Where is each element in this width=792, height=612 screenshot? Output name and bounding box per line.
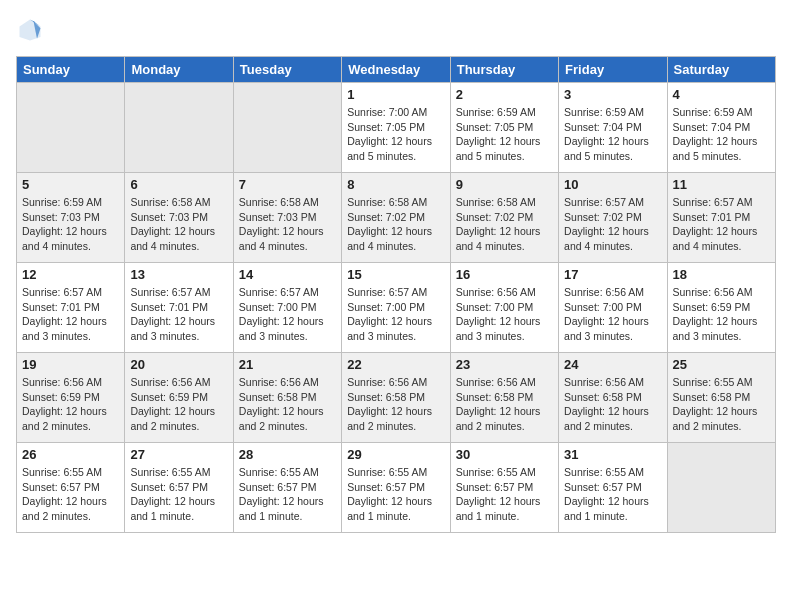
day-number: 11 [673, 177, 770, 192]
day-number: 31 [564, 447, 661, 462]
calendar-week-1: 1Sunrise: 7:00 AM Sunset: 7:05 PM Daylig… [17, 83, 776, 173]
day-number: 13 [130, 267, 227, 282]
calendar-cell: 22Sunrise: 6:56 AM Sunset: 6:58 PM Dayli… [342, 353, 450, 443]
day-info: Sunrise: 6:58 AM Sunset: 7:03 PM Dayligh… [130, 195, 227, 254]
calendar-cell: 23Sunrise: 6:56 AM Sunset: 6:58 PM Dayli… [450, 353, 558, 443]
day-info: Sunrise: 6:57 AM Sunset: 7:01 PM Dayligh… [130, 285, 227, 344]
day-info: Sunrise: 6:56 AM Sunset: 6:58 PM Dayligh… [564, 375, 661, 434]
calendar-cell: 19Sunrise: 6:56 AM Sunset: 6:59 PM Dayli… [17, 353, 125, 443]
day-info: Sunrise: 6:59 AM Sunset: 7:03 PM Dayligh… [22, 195, 119, 254]
day-info: Sunrise: 6:56 AM Sunset: 6:59 PM Dayligh… [130, 375, 227, 434]
day-info: Sunrise: 6:56 AM Sunset: 6:58 PM Dayligh… [347, 375, 444, 434]
calendar-cell: 25Sunrise: 6:55 AM Sunset: 6:58 PM Dayli… [667, 353, 775, 443]
calendar-cell: 20Sunrise: 6:56 AM Sunset: 6:59 PM Dayli… [125, 353, 233, 443]
day-info: Sunrise: 6:58 AM Sunset: 7:02 PM Dayligh… [347, 195, 444, 254]
day-number: 3 [564, 87, 661, 102]
calendar-header-tuesday: Tuesday [233, 57, 341, 83]
calendar-cell: 13Sunrise: 6:57 AM Sunset: 7:01 PM Dayli… [125, 263, 233, 353]
day-number: 20 [130, 357, 227, 372]
day-number: 12 [22, 267, 119, 282]
day-info: Sunrise: 6:58 AM Sunset: 7:03 PM Dayligh… [239, 195, 336, 254]
calendar-header-friday: Friday [559, 57, 667, 83]
day-number: 4 [673, 87, 770, 102]
day-info: Sunrise: 6:55 AM Sunset: 6:57 PM Dayligh… [239, 465, 336, 524]
day-number: 18 [673, 267, 770, 282]
day-number: 15 [347, 267, 444, 282]
calendar-cell: 24Sunrise: 6:56 AM Sunset: 6:58 PM Dayli… [559, 353, 667, 443]
calendar-cell: 4Sunrise: 6:59 AM Sunset: 7:04 PM Daylig… [667, 83, 775, 173]
calendar-cell: 9Sunrise: 6:58 AM Sunset: 7:02 PM Daylig… [450, 173, 558, 263]
day-info: Sunrise: 6:55 AM Sunset: 6:58 PM Dayligh… [673, 375, 770, 434]
calendar-cell: 17Sunrise: 6:56 AM Sunset: 7:00 PM Dayli… [559, 263, 667, 353]
calendar-cell: 15Sunrise: 6:57 AM Sunset: 7:00 PM Dayli… [342, 263, 450, 353]
calendar-header-monday: Monday [125, 57, 233, 83]
calendar-week-5: 26Sunrise: 6:55 AM Sunset: 6:57 PM Dayli… [17, 443, 776, 533]
day-number: 27 [130, 447, 227, 462]
calendar-cell: 2Sunrise: 6:59 AM Sunset: 7:05 PM Daylig… [450, 83, 558, 173]
day-info: Sunrise: 6:58 AM Sunset: 7:02 PM Dayligh… [456, 195, 553, 254]
calendar-cell: 27Sunrise: 6:55 AM Sunset: 6:57 PM Dayli… [125, 443, 233, 533]
calendar-cell: 7Sunrise: 6:58 AM Sunset: 7:03 PM Daylig… [233, 173, 341, 263]
calendar-cell [233, 83, 341, 173]
day-info: Sunrise: 6:56 AM Sunset: 6:59 PM Dayligh… [22, 375, 119, 434]
calendar-cell: 26Sunrise: 6:55 AM Sunset: 6:57 PM Dayli… [17, 443, 125, 533]
day-number: 21 [239, 357, 336, 372]
calendar-cell: 3Sunrise: 6:59 AM Sunset: 7:04 PM Daylig… [559, 83, 667, 173]
day-info: Sunrise: 6:55 AM Sunset: 6:57 PM Dayligh… [456, 465, 553, 524]
day-info: Sunrise: 6:55 AM Sunset: 6:57 PM Dayligh… [347, 465, 444, 524]
day-info: Sunrise: 6:56 AM Sunset: 7:00 PM Dayligh… [564, 285, 661, 344]
calendar-week-3: 12Sunrise: 6:57 AM Sunset: 7:01 PM Dayli… [17, 263, 776, 353]
day-number: 5 [22, 177, 119, 192]
calendar-cell: 8Sunrise: 6:58 AM Sunset: 7:02 PM Daylig… [342, 173, 450, 263]
calendar-cell: 14Sunrise: 6:57 AM Sunset: 7:00 PM Dayli… [233, 263, 341, 353]
day-number: 29 [347, 447, 444, 462]
calendar-cell: 28Sunrise: 6:55 AM Sunset: 6:57 PM Dayli… [233, 443, 341, 533]
logo-icon [16, 16, 44, 44]
day-number: 6 [130, 177, 227, 192]
day-info: Sunrise: 6:56 AM Sunset: 7:00 PM Dayligh… [456, 285, 553, 344]
day-info: Sunrise: 7:00 AM Sunset: 7:05 PM Dayligh… [347, 105, 444, 164]
day-info: Sunrise: 6:55 AM Sunset: 6:57 PM Dayligh… [564, 465, 661, 524]
day-number: 16 [456, 267, 553, 282]
day-info: Sunrise: 6:56 AM Sunset: 6:58 PM Dayligh… [456, 375, 553, 434]
calendar-header-wednesday: Wednesday [342, 57, 450, 83]
calendar-cell: 16Sunrise: 6:56 AM Sunset: 7:00 PM Dayli… [450, 263, 558, 353]
day-number: 24 [564, 357, 661, 372]
day-number: 30 [456, 447, 553, 462]
calendar-table: SundayMondayTuesdayWednesdayThursdayFrid… [16, 56, 776, 533]
calendar-header-thursday: Thursday [450, 57, 558, 83]
day-number: 2 [456, 87, 553, 102]
calendar-cell: 12Sunrise: 6:57 AM Sunset: 7:01 PM Dayli… [17, 263, 125, 353]
calendar-cell: 1Sunrise: 7:00 AM Sunset: 7:05 PM Daylig… [342, 83, 450, 173]
day-info: Sunrise: 6:57 AM Sunset: 7:00 PM Dayligh… [239, 285, 336, 344]
day-info: Sunrise: 6:55 AM Sunset: 6:57 PM Dayligh… [130, 465, 227, 524]
day-number: 9 [456, 177, 553, 192]
calendar-week-2: 5Sunrise: 6:59 AM Sunset: 7:03 PM Daylig… [17, 173, 776, 263]
day-info: Sunrise: 6:59 AM Sunset: 7:04 PM Dayligh… [673, 105, 770, 164]
calendar-cell: 30Sunrise: 6:55 AM Sunset: 6:57 PM Dayli… [450, 443, 558, 533]
day-number: 14 [239, 267, 336, 282]
day-info: Sunrise: 6:56 AM Sunset: 6:59 PM Dayligh… [673, 285, 770, 344]
calendar-header-sunday: Sunday [17, 57, 125, 83]
calendar-header-saturday: Saturday [667, 57, 775, 83]
calendar-cell: 5Sunrise: 6:59 AM Sunset: 7:03 PM Daylig… [17, 173, 125, 263]
day-number: 25 [673, 357, 770, 372]
day-info: Sunrise: 6:57 AM Sunset: 7:00 PM Dayligh… [347, 285, 444, 344]
calendar-header-row: SundayMondayTuesdayWednesdayThursdayFrid… [17, 57, 776, 83]
calendar-cell: 10Sunrise: 6:57 AM Sunset: 7:02 PM Dayli… [559, 173, 667, 263]
day-number: 26 [22, 447, 119, 462]
day-info: Sunrise: 6:59 AM Sunset: 7:05 PM Dayligh… [456, 105, 553, 164]
calendar-cell: 11Sunrise: 6:57 AM Sunset: 7:01 PM Dayli… [667, 173, 775, 263]
day-number: 19 [22, 357, 119, 372]
calendar-cell: 21Sunrise: 6:56 AM Sunset: 6:58 PM Dayli… [233, 353, 341, 443]
day-info: Sunrise: 6:57 AM Sunset: 7:01 PM Dayligh… [22, 285, 119, 344]
page-header [16, 16, 776, 44]
calendar-cell: 29Sunrise: 6:55 AM Sunset: 6:57 PM Dayli… [342, 443, 450, 533]
day-info: Sunrise: 6:56 AM Sunset: 6:58 PM Dayligh… [239, 375, 336, 434]
day-info: Sunrise: 6:59 AM Sunset: 7:04 PM Dayligh… [564, 105, 661, 164]
calendar-cell: 6Sunrise: 6:58 AM Sunset: 7:03 PM Daylig… [125, 173, 233, 263]
calendar-cell [17, 83, 125, 173]
calendar-week-4: 19Sunrise: 6:56 AM Sunset: 6:59 PM Dayli… [17, 353, 776, 443]
day-number: 8 [347, 177, 444, 192]
calendar-cell [125, 83, 233, 173]
